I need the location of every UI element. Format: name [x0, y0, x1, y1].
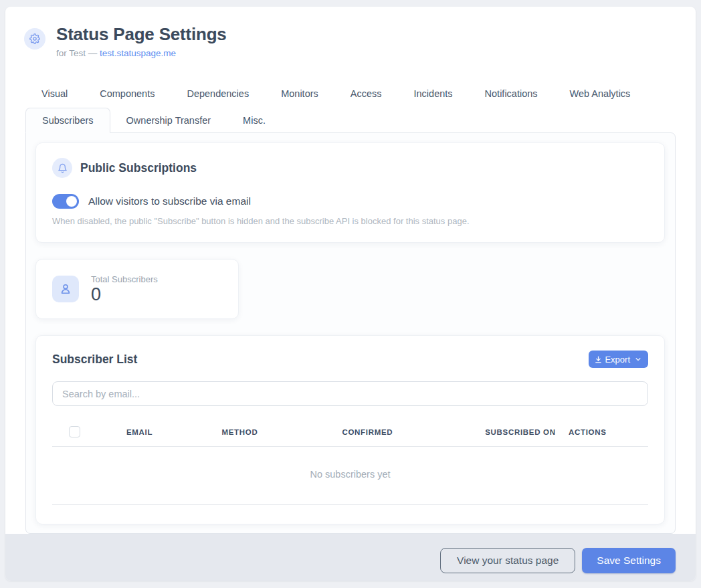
status-page-link[interactable]: test.statuspage.me	[100, 48, 176, 58]
tab-item[interactable]: Ownership Transfer	[110, 108, 227, 132]
subscriber-list-card: Subscriber List Export	[35, 335, 665, 524]
table-column-header: CONFIRMED	[339, 419, 482, 447]
page-header: Status Page Settings for Test — test.sta…	[5, 7, 696, 58]
select-all-checkbox[interactable]	[69, 426, 80, 437]
tab-row-secondary: SubscribersOwnership TransferMisc.	[25, 108, 676, 132]
tab-item[interactable]: Misc.	[227, 108, 282, 132]
toggle-knob	[66, 196, 77, 207]
tab-item[interactable]: Notifications	[469, 82, 554, 105]
bell-icon	[52, 158, 72, 178]
table-header-row: EMAILMETHODCONFIRMEDSUBSCRIBED ONACTIONS	[52, 419, 648, 447]
public-subscriptions-card: Public Subscriptions Allow visitors to s…	[35, 142, 665, 243]
table-column-header: ACTIONS	[566, 419, 648, 447]
subtitle-prefix: for Test —	[56, 48, 100, 58]
tab-item[interactable]: Visual	[25, 82, 84, 105]
search-input[interactable]	[52, 381, 648, 406]
tab-item[interactable]: Monitors	[265, 82, 334, 105]
export-button-label: Export	[605, 355, 630, 365]
tab-item[interactable]: Dependencies	[171, 82, 265, 105]
subscribe-toggle[interactable]	[52, 194, 79, 209]
page-subtitle: for Test — test.statuspage.me	[56, 48, 227, 58]
subscribe-helper-text: When disabled, the public "Subscribe" bu…	[52, 216, 648, 226]
tab-item[interactable]: Incidents	[398, 82, 469, 105]
window-footer: View your status page Save Settings	[5, 534, 696, 581]
subscribe-toggle-label: Allow visitors to subscribe via email	[88, 195, 251, 207]
tab-item[interactable]: Subscribers	[25, 108, 110, 133]
subscriber-list-title: Subscriber List	[52, 353, 137, 367]
table-column-header: METHOD	[219, 419, 339, 447]
empty-state-message: No subscribers yet	[52, 447, 648, 505]
tabs-area: VisualComponentsDependenciesMonitorsAcce…	[5, 82, 696, 132]
chevron-down-icon	[635, 356, 641, 363]
subscriber-table: EMAILMETHODCONFIRMEDSUBSCRIBED ONACTIONS	[52, 419, 648, 447]
tab-row-primary: VisualComponentsDependenciesMonitorsAcce…	[25, 82, 676, 105]
public-subscriptions-title: Public Subscriptions	[80, 161, 197, 175]
tab-item[interactable]: Components	[84, 82, 171, 105]
total-subscribers-value: 0	[91, 286, 158, 304]
download-icon	[594, 355, 603, 364]
table-column-header: SUBSCRIBED ON	[482, 419, 566, 447]
status-page-settings-window: Status Page Settings for Test — test.sta…	[5, 7, 696, 581]
tab-item[interactable]: Access	[334, 82, 398, 105]
save-settings-button[interactable]: Save Settings	[582, 548, 676, 573]
total-subscribers-label: Total Subscribers	[91, 274, 158, 284]
page-header-text: Status Page Settings for Test — test.sta…	[56, 24, 227, 58]
total-subscribers-card: Total Subscribers 0	[35, 259, 239, 319]
tab-item[interactable]: Web Analytics	[554, 82, 647, 105]
view-status-page-button[interactable]: View your status page	[440, 548, 575, 573]
page-title: Status Page Settings	[56, 24, 227, 45]
person-icon	[52, 276, 79, 302]
table-column-header: EMAIL	[124, 419, 219, 447]
export-button[interactable]: Export	[589, 351, 648, 368]
gear-icon	[24, 28, 45, 50]
subscribers-tab-panel: Public Subscriptions Allow visitors to s…	[25, 132, 676, 534]
